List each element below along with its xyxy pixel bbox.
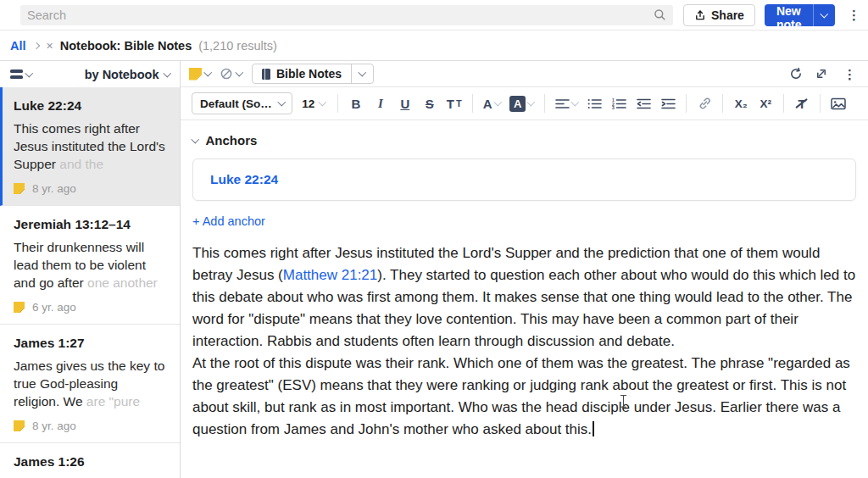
paragraph-1: This comes right after Jesus instituted … — [192, 242, 856, 353]
align-left-icon — [555, 98, 570, 109]
numbered-list-button[interactable]: 1 2 3 — [609, 93, 628, 114]
toolbar-divider — [722, 94, 723, 113]
matthew-21-21-link[interactable]: Matthew 21:21 — [283, 267, 378, 283]
note-preview: James gives us the key to true God-pleas… — [14, 357, 166, 410]
results-count: (1,210 results) — [198, 39, 277, 53]
chevron-down-icon — [359, 69, 366, 76]
note-title: Jeremiah 13:12–14 — [14, 217, 166, 232]
link-icon — [698, 97, 712, 110]
share-icon — [694, 9, 706, 21]
note-preview: Their drunkenness will lead them to be v… — [14, 238, 166, 292]
note-body-text[interactable]: This comes right after Jesus instituted … — [192, 242, 856, 441]
text-color-dropdown[interactable]: A — [481, 93, 502, 114]
toolbar-divider — [686, 94, 687, 113]
list-item-jeremiah-13-12-14[interactable]: Jeremiah 13:12–14 Their drunkenness will… — [0, 206, 180, 325]
underline-button[interactable]: U — [396, 93, 415, 114]
text-caret — [593, 421, 594, 436]
new-note-split-button: New note — [765, 4, 835, 26]
search-icon[interactable] — [654, 8, 666, 21]
font-size-dropdown[interactable]: 12 — [298, 97, 329, 110]
sticky-note-icon — [14, 302, 25, 313]
notebook-filter-chip[interactable]: Notebook: Bible Notes — [60, 39, 192, 53]
italic-button[interactable]: I — [371, 93, 390, 114]
share-label: Share — [711, 8, 744, 22]
font-size-value: 12 — [302, 97, 314, 110]
expand-panel-icon[interactable] — [815, 68, 827, 80]
note-title: James 1:27 — [14, 336, 166, 351]
add-anchor-link[interactable]: + Add anchor — [192, 214, 265, 228]
svg-text:3: 3 — [612, 105, 615, 109]
chevron-down-icon — [570, 98, 578, 106]
filter-bar: All × Notebook: Bible Notes (1,210 resul… — [0, 31, 868, 61]
list-item-james-1-27[interactable]: James 1:27 James gives us the key to tru… — [0, 325, 180, 443]
sticky-note-icon — [189, 68, 202, 81]
align-dropdown[interactable] — [554, 93, 580, 114]
chevron-down-icon — [163, 69, 170, 76]
chevron-down-icon — [192, 135, 199, 142]
indent-icon — [661, 98, 676, 109]
new-note-dropdown-button[interactable] — [813, 4, 835, 26]
sort-by-dropdown[interactable]: by Notebook — [85, 68, 170, 81]
highlight-color-dropdown[interactable]: A — [508, 93, 536, 114]
notebook-label: Bible Notes — [276, 67, 342, 81]
bullet-list-button[interactable] — [585, 93, 604, 114]
anchor-card: Luke 22:24 — [192, 158, 856, 201]
breadcrumb-chevron-icon — [32, 42, 39, 48]
chevron-down-icon — [493, 98, 501, 106]
sync-icon[interactable] — [789, 67, 803, 81]
chevron-down-icon — [527, 98, 535, 106]
chevron-down-icon — [25, 69, 33, 76]
note-style-dropdown[interactable] — [189, 68, 211, 81]
strikethrough-button[interactable]: S — [420, 93, 439, 114]
anchors-section-toggle[interactable]: Anchors — [192, 133, 856, 147]
text-size-button[interactable]: TT — [445, 93, 464, 114]
insert-image-button[interactable] — [829, 93, 848, 114]
note-editor[interactable]: Anchors Luke 22:24 + Add anchor This com… — [181, 120, 868, 478]
paragraph-2: At the root of this dispute was their ra… — [192, 353, 856, 441]
list-item-james-1-26[interactable]: James 1:26 — [0, 443, 180, 478]
filter-all-link[interactable]: All — [10, 39, 26, 53]
remove-filter-icon[interactable]: × — [47, 39, 53, 53]
search-box[interactable] — [20, 5, 673, 25]
superscript-button[interactable]: X² — [756, 93, 775, 114]
link-button[interactable] — [695, 93, 714, 114]
chevron-down-icon — [319, 98, 326, 106]
panel-overflow-menu[interactable]: ⋮ — [840, 66, 860, 82]
list-view-dropdown[interactable] — [10, 69, 32, 79]
note-panel: Bible Notes — [181, 61, 868, 478]
toolbar-divider — [472, 94, 473, 113]
note-age: 6 yr. ago — [32, 301, 76, 314]
outdent-button[interactable] — [634, 93, 653, 114]
highlight-icon: A — [509, 96, 526, 112]
share-button[interactable]: Share — [683, 4, 755, 26]
subscript-button[interactable]: X₂ — [732, 93, 750, 114]
note-age: 8 yr. ago — [32, 420, 76, 432]
anchors-section-label: Anchors — [206, 133, 258, 147]
chevron-down-icon — [277, 98, 285, 106]
search-input[interactable] — [27, 8, 654, 22]
note-preview: This comes right after Jesus instituted … — [14, 119, 166, 173]
font-family-value: Default (So… — [200, 97, 272, 110]
clear-formatting-button[interactable]: T — [793, 93, 811, 114]
highlight-style-dropdown[interactable] — [220, 67, 242, 81]
notebook-dropdown-button[interactable] — [351, 64, 373, 83]
notes-list: Luke 22:24 This comes right after Jesus … — [0, 87, 180, 478]
indent-button[interactable] — [659, 93, 677, 114]
chevron-down-icon — [821, 9, 828, 17]
note-header: Bible Notes — [181, 61, 868, 87]
bold-button[interactable]: B — [347, 93, 365, 114]
list-item-luke-22-24[interactable]: Luke 22:24 This comes right after Jesus … — [0, 87, 180, 206]
anchor-reference-link[interactable]: Luke 22:24 — [210, 172, 278, 187]
image-icon — [831, 97, 846, 110]
font-family-dropdown[interactable]: Default (So… — [192, 92, 292, 114]
toolbar-divider — [783, 94, 784, 113]
note-title: James 1:26 — [14, 454, 166, 470]
toolbar-divider — [544, 94, 545, 113]
notes-sidebar: by Notebook Luke 22:24 This comes right … — [0, 61, 181, 478]
sidebar-header: by Notebook — [0, 61, 180, 87]
chevron-down-icon — [235, 69, 242, 76]
new-note-button[interactable]: New note — [765, 4, 814, 26]
notebook-split-button: Bible Notes — [252, 64, 374, 84]
notebook-button[interactable]: Bible Notes — [253, 64, 351, 83]
topbar-overflow-menu[interactable]: ⋮ — [844, 7, 864, 23]
